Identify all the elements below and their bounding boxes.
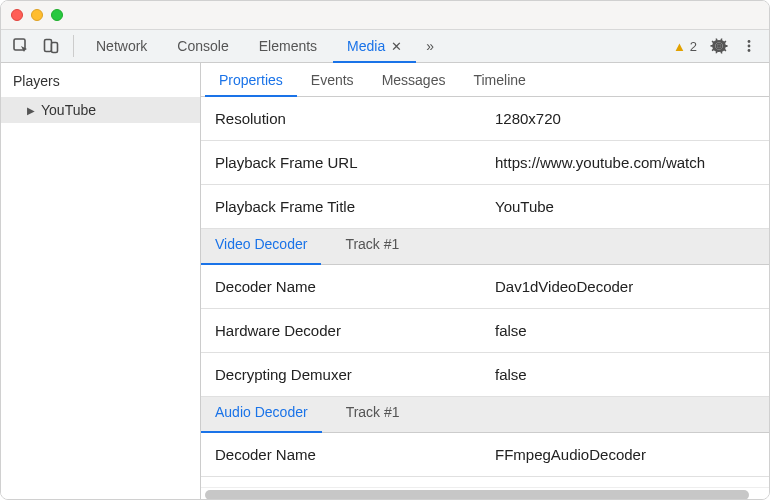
section-tab[interactable]: Video Decoder	[201, 230, 321, 265]
inspect-element-icon[interactable]	[7, 32, 35, 60]
section-track-info: Track #1	[346, 397, 400, 432]
property-row: Decoder Name Dav1dVideoDecoder	[201, 265, 769, 309]
subtab-label: Messages	[382, 72, 446, 88]
settings-button[interactable]	[705, 32, 733, 60]
property-row: Decoder Name FFmpegAudioDecoder	[201, 433, 769, 477]
tab-label: Media	[347, 38, 385, 54]
property-key: Decoder Name	[215, 278, 495, 295]
property-key: Decoder Name	[215, 446, 495, 463]
property-value: 1280x720	[495, 110, 755, 127]
section-track-info: Track #1	[345, 229, 399, 264]
property-value: false	[495, 366, 755, 383]
window-zoom-button[interactable]	[51, 9, 63, 21]
device-toggle-icon[interactable]	[37, 32, 65, 60]
toolbar-divider	[73, 35, 74, 57]
subtab-timeline[interactable]: Timeline	[459, 63, 539, 97]
window-minimize-button[interactable]	[31, 9, 43, 21]
svg-rect-1	[45, 40, 52, 52]
property-value: https://www.youtube.com/watch	[495, 154, 755, 171]
property-key: Hardware Decoder	[215, 322, 495, 339]
property-value: Dav1dVideoDecoder	[495, 278, 755, 295]
svg-point-3	[717, 44, 721, 48]
properties-scroll-area[interactable]: Resolution 1280x720 Playback Frame URL h…	[201, 97, 769, 487]
svg-point-4	[748, 40, 751, 43]
chevron-double-right-icon: »	[426, 38, 434, 54]
warning-count-badge[interactable]: ▲ 2	[667, 39, 703, 54]
tab-label: Elements	[259, 38, 317, 54]
property-value: YouTube	[495, 198, 755, 215]
property-key: Resolution	[215, 110, 495, 127]
tab-media[interactable]: Media ✕	[333, 29, 416, 63]
subtab-label: Timeline	[473, 72, 525, 88]
close-tab-icon[interactable]: ✕	[391, 39, 402, 54]
window-close-button[interactable]	[11, 9, 23, 21]
section-header-video-decoder: Video Decoder Track #1	[201, 229, 769, 265]
section-header-audio-decoder: Audio Decoder Track #1	[201, 397, 769, 433]
section-tab-label: Audio Decoder	[215, 404, 308, 420]
warning-icon: ▲	[673, 39, 686, 54]
property-key: Playback Frame Title	[215, 198, 495, 215]
horizontal-scrollbar-thumb[interactable]	[205, 490, 749, 500]
media-detail-panel: Properties Events Messages Timeline Reso…	[201, 63, 769, 500]
player-item-youtube[interactable]: ▶ YouTube	[1, 97, 200, 123]
media-subtabs: Properties Events Messages Timeline	[201, 63, 769, 97]
player-item-label: YouTube	[41, 102, 96, 118]
tab-label: Console	[177, 38, 228, 54]
gear-icon	[710, 37, 728, 55]
tab-label: Network	[96, 38, 147, 54]
horizontal-scrollbar[interactable]	[201, 487, 769, 500]
property-row: Playback Frame Title YouTube	[201, 185, 769, 229]
sidebar-title: Players	[1, 63, 200, 97]
window-titlebar	[1, 1, 769, 29]
warning-count: 2	[690, 39, 697, 54]
property-row: Playback Frame URL https://www.youtube.c…	[201, 141, 769, 185]
svg-rect-2	[52, 43, 58, 53]
tabs-overflow-button[interactable]: »	[418, 29, 442, 63]
workspace: Players ▶ YouTube Properties Events Mess…	[1, 63, 769, 500]
subtab-events[interactable]: Events	[297, 63, 368, 97]
players-sidebar: Players ▶ YouTube	[1, 63, 201, 500]
property-key: Decrypting Demuxer	[215, 366, 495, 383]
section-tab[interactable]: Audio Decoder	[201, 398, 322, 433]
devtools-toolbar: Network Console Elements Media ✕ » ▲ 2	[1, 29, 769, 63]
tab-console[interactable]: Console	[163, 29, 242, 63]
more-menu-button[interactable]	[735, 32, 763, 60]
property-row: Hardware Decoder false	[201, 309, 769, 353]
subtab-label: Events	[311, 72, 354, 88]
property-row: Decrypting Demuxer false	[201, 353, 769, 397]
tab-network[interactable]: Network	[82, 29, 161, 63]
property-row: Resolution 1280x720	[201, 97, 769, 141]
svg-point-6	[748, 49, 751, 52]
subtab-properties[interactable]: Properties	[205, 63, 297, 97]
property-value: false	[495, 322, 755, 339]
disclosure-triangle-icon: ▶	[27, 105, 35, 116]
property-key: Playback Frame URL	[215, 154, 495, 171]
svg-point-5	[748, 45, 751, 48]
tab-elements[interactable]: Elements	[245, 29, 331, 63]
section-tab-label: Video Decoder	[215, 236, 307, 252]
kebab-icon	[742, 39, 756, 53]
subtab-label: Properties	[219, 72, 283, 88]
property-value: FFmpegAudioDecoder	[495, 446, 755, 463]
subtab-messages[interactable]: Messages	[368, 63, 460, 97]
